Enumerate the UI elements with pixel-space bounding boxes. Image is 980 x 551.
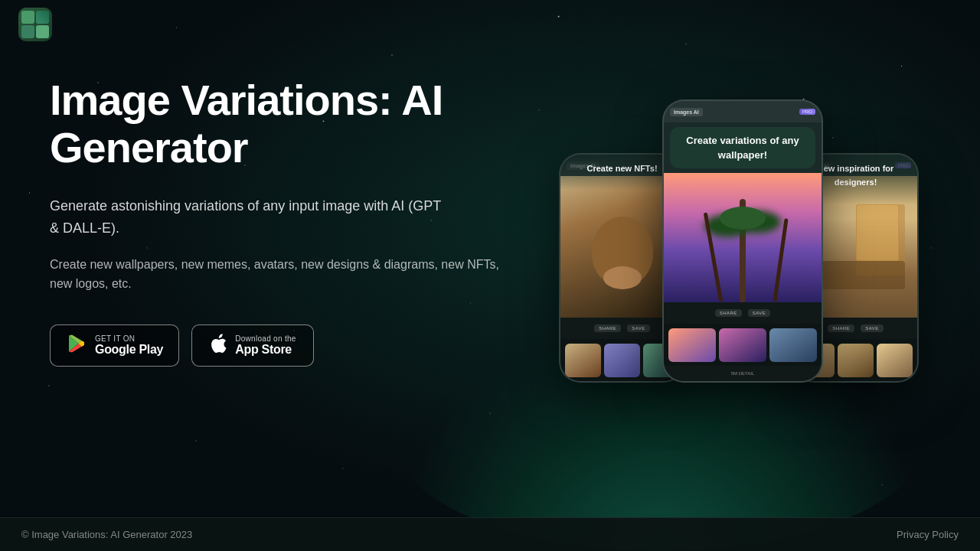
palm-tree-3 <box>773 219 788 302</box>
palm-tree-2 <box>704 212 723 302</box>
icon-quad-2 <box>36 11 49 24</box>
privacy-policy-link[interactable]: Privacy Policy <box>897 529 959 540</box>
google-play-button[interactable]: GET IT ON Google Play <box>50 324 179 367</box>
save-btn-center: SAVE <box>748 309 771 317</box>
phone-center-logo: Images AI <box>670 108 703 116</box>
thumb-palm-1 <box>668 328 716 362</box>
app-store-label-top: Download on the <box>235 334 296 343</box>
icon-quad-4 <box>36 25 49 38</box>
phone-center-thumbs <box>664 324 822 366</box>
google-play-icon <box>66 333 87 358</box>
center-card-bubble: Create variations of any wallpaper! <box>670 127 815 168</box>
thumb-monkey-1 <box>565 344 601 377</box>
phone-center-topbar: Images AI PRO <box>664 101 822 122</box>
google-play-label-main: Google Play <box>95 343 163 357</box>
google-play-label-top: GET IT ON <box>95 334 163 343</box>
phone-center: Images AI PRO Create variations of any w… <box>662 99 823 383</box>
footer: © Image Variations: AI Generator 2023 Pr… <box>0 517 980 551</box>
hero-title: Image Variations: AI Generator <box>50 77 509 171</box>
palm-tree <box>740 199 746 302</box>
save-btn-left: SAVE <box>627 324 650 332</box>
thumb-room-2 <box>838 344 874 377</box>
app-store-button[interactable]: Download on the App Store <box>191 324 314 367</box>
phone-center-pro: PRO <box>799 109 815 115</box>
app-store-text: Download on the App Store <box>235 334 296 357</box>
phone-center-content: SHARE SAVE 5M DETAIL <box>664 173 822 381</box>
google-play-text: GET IT ON Google Play <box>95 334 163 357</box>
room-window <box>856 204 899 261</box>
phones-area: Images AI Create new NFTs! SHARE SAVE <box>551 77 934 459</box>
icon-quad-3 <box>21 25 34 38</box>
download-buttons: GET IT ON Google Play Download on the Ap… <box>50 324 509 367</box>
thumb-room-3 <box>877 344 913 377</box>
icon-quad-1 <box>21 11 34 24</box>
center-card-label: Create variations of any wallpaper! <box>686 135 799 161</box>
thumb-palm-2 <box>719 328 766 362</box>
app-icon <box>18 8 52 41</box>
save-btn-right: SAVE <box>861 324 884 332</box>
phone-center-footer: 5M DETAIL <box>664 366 822 381</box>
header <box>0 0 980 49</box>
hero-description: Create new wallpapers, new memes, avatar… <box>50 255 509 294</box>
detail-label: 5M DETAIL <box>731 371 755 376</box>
phone-right-label-text: New inspiration for designers! <box>818 164 894 187</box>
share-btn-left: SHARE <box>594 324 621 332</box>
hero-subtitle: Generate astonishing variations of any i… <box>50 195 448 240</box>
footer-copyright: © Image Variations: AI Generator 2023 <box>21 529 192 540</box>
app-store-label-main: App Store <box>235 343 296 357</box>
phone-center-image <box>664 173 822 302</box>
monkey-face <box>592 217 653 285</box>
phone-left-label-text: Create new NFTs! <box>586 164 657 173</box>
thumb-robot-1 <box>604 344 640 377</box>
apple-icon <box>207 333 227 358</box>
phone-center-actions: SHARE SAVE <box>664 302 822 324</box>
share-btn-center: SHARE <box>715 309 742 317</box>
thumb-palm-3 <box>769 328 817 362</box>
main-content: Image Variations: AI Generator Generate … <box>50 77 509 367</box>
share-btn-right: SHARE <box>828 324 854 332</box>
phone-center-screen: Images AI PRO Create variations of any w… <box>664 101 822 381</box>
